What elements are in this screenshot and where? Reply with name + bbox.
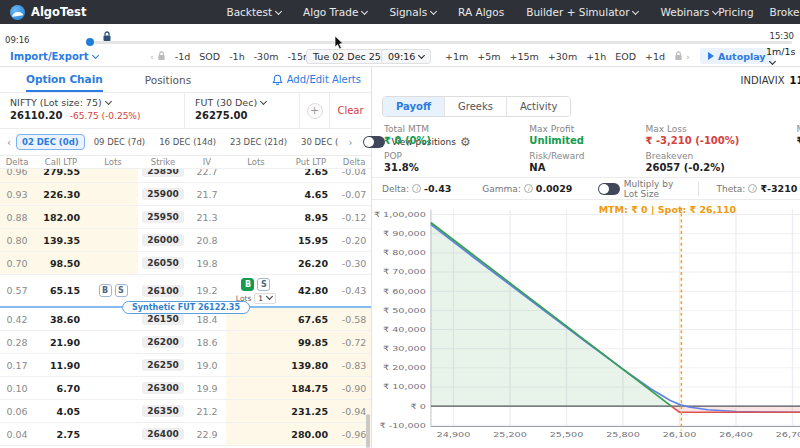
strike-cell[interactable]: 25850 bbox=[138, 169, 188, 182]
call-ltp[interactable]: 21.90 bbox=[34, 331, 88, 353]
lots-select[interactable]: 1 bbox=[254, 293, 276, 304]
option-row-26350[interactable]: 0.064.052635021.2231.25-0.94 bbox=[0, 400, 371, 423]
strike-cell[interactable]: 25950 bbox=[138, 206, 188, 228]
step-1h[interactable]: -1h bbox=[229, 51, 245, 62]
tab-payoff[interactable]: Payoff bbox=[383, 97, 444, 116]
put-ltp[interactable]: 67.65 bbox=[286, 308, 336, 330]
nav-item-webinars[interactable]: Webinars bbox=[660, 6, 718, 18]
step-15m[interactable]: +15m bbox=[510, 51, 539, 62]
nav-item-backtest[interactable]: Backtest bbox=[226, 6, 281, 18]
strike-cell[interactable]: 26300 bbox=[138, 377, 188, 399]
jump-to-start-icon[interactable]: ‹ bbox=[150, 51, 166, 63]
clear-button[interactable]: Clear bbox=[337, 105, 363, 116]
nav-item-broker-setup[interactable]: Broker Setup bbox=[770, 6, 800, 18]
call-ltp[interactable]: 279.55 bbox=[34, 169, 88, 182]
strike-cell[interactable]: 26050 bbox=[138, 252, 188, 274]
nav-item-ra-algos[interactable]: RA Algos bbox=[458, 6, 504, 18]
call-ltp[interactable]: 38.60 bbox=[34, 308, 88, 330]
step-1h[interactable]: +1h bbox=[586, 51, 606, 62]
nav-item-algo-trade[interactable]: Algo Trade bbox=[303, 6, 367, 18]
option-row-26300[interactable]: 0.106.702630019.9184.75-0.90 bbox=[0, 377, 371, 400]
time-select[interactable]: 09:16 bbox=[381, 49, 431, 64]
expiry-scroll-right-icon[interactable]: › bbox=[347, 137, 353, 148]
strike-cell[interactable]: 26250 bbox=[138, 354, 188, 376]
timeline-track[interactable] bbox=[88, 41, 792, 44]
call-ltp[interactable]: 11.90 bbox=[34, 354, 88, 376]
brand[interactable]: AlgoTest bbox=[10, 5, 86, 20]
option-row-26400[interactable]: 0.042.752640022.9280.00-0.96 bbox=[0, 423, 371, 446]
step-1d[interactable]: +1d bbox=[645, 51, 665, 62]
put-ltp[interactable]: 231.25 bbox=[286, 400, 336, 422]
add-edit-alerts-button[interactable]: Add/Edit Alerts bbox=[272, 74, 361, 86]
tab-positions[interactable]: Positions bbox=[145, 67, 191, 92]
call-ltp[interactable]: 182.00 bbox=[34, 206, 88, 228]
speed-select[interactable]: 1m/1s bbox=[766, 46, 800, 68]
timeline-handle[interactable] bbox=[86, 38, 94, 46]
payoff-chart-svg[interactable]: ₹ 1,00,000₹ 90,000₹ 80,000₹ 70,000₹ 60,0… bbox=[372, 200, 800, 448]
put-ltp[interactable]: 139.80 bbox=[286, 354, 336, 376]
step-30m[interactable]: +30m bbox=[548, 51, 577, 62]
put-ltp[interactable]: 4.65 bbox=[286, 183, 336, 205]
nav-item-pricing[interactable]: Pricing bbox=[718, 6, 753, 18]
autoplay-button[interactable]: Autoplay bbox=[700, 48, 774, 64]
step-sod[interactable]: SOD bbox=[199, 51, 220, 62]
expiry-chip-23-dec-21d[interactable]: 23 DEC (21d) bbox=[225, 135, 292, 149]
strike-cell[interactable]: 26350 bbox=[138, 400, 188, 422]
put-ltp[interactable]: 99.85 bbox=[286, 331, 336, 353]
put-ltp[interactable]: 15.95 bbox=[286, 229, 336, 251]
option-row-26200[interactable]: 0.2821.902620018.699.85-0.72 bbox=[0, 331, 371, 354]
call-buy-button[interactable]: B bbox=[99, 284, 112, 297]
strike-cell[interactable]: 26000 bbox=[138, 229, 188, 251]
multiply-lot-size-toggle[interactable] bbox=[598, 183, 620, 195]
expiry-scroll-left-icon[interactable]: ‹ bbox=[6, 137, 12, 148]
step-1d[interactable]: -1d bbox=[175, 51, 191, 62]
strike-cell[interactable]: 26200 bbox=[138, 331, 188, 353]
info-icon[interactable]: i bbox=[412, 184, 421, 193]
call-ltp[interactable]: 226.30 bbox=[34, 183, 88, 205]
option-row-25850[interactable]: 0.96279.552585022.72.65-0.04 bbox=[0, 169, 371, 183]
step-5m[interactable]: +5m bbox=[477, 51, 500, 62]
info-icon[interactable]: i bbox=[748, 184, 757, 193]
nav-item-signals[interactable]: Signals bbox=[389, 6, 436, 18]
call-ltp[interactable]: 98.50 bbox=[34, 252, 88, 274]
import-export-menu[interactable]: Import/Export bbox=[10, 51, 98, 62]
put-ltp[interactable]: 8.95 bbox=[286, 206, 336, 228]
jump-to-end-icon[interactable]: › bbox=[674, 51, 690, 63]
expiry-chip-30-dec[interactable]: 30 DEC ( bbox=[296, 135, 343, 149]
put-ltp[interactable]: 280.00 bbox=[286, 423, 336, 445]
put-ltp[interactable]: 42.80 bbox=[286, 275, 336, 306]
info-icon[interactable]: i bbox=[524, 184, 533, 193]
tab-greeks[interactable]: Greeks bbox=[444, 97, 506, 116]
call-ltp[interactable]: 139.35 bbox=[34, 229, 88, 251]
call-sell-button[interactable]: S bbox=[115, 284, 128, 297]
future-select[interactable]: FUT (30 Dec) bbox=[195, 97, 299, 108]
option-row-26000[interactable]: 0.80139.352600020.815.95-0.20 bbox=[0, 229, 371, 252]
call-ltp[interactable]: 4.05 bbox=[34, 400, 88, 422]
call-ltp[interactable]: 65.15 bbox=[34, 275, 88, 306]
step-1m[interactable]: +1m bbox=[445, 51, 468, 62]
add-instrument-button[interactable]: + bbox=[307, 103, 323, 119]
tab-option-chain[interactable]: Option Chain bbox=[26, 67, 103, 92]
scrollbar-thumb[interactable] bbox=[366, 414, 370, 448]
put-sell-button[interactable]: S bbox=[257, 278, 270, 291]
nav-item-builder-simulator[interactable]: Builder + Simulator bbox=[526, 6, 638, 18]
tab-activity[interactable]: Activity bbox=[506, 97, 570, 116]
option-row-26250[interactable]: 0.1711.902625019.0139.80-0.83 bbox=[0, 354, 371, 377]
expiry-chip-02-dec-0d[interactable]: 02 DEC (0d) bbox=[16, 134, 85, 150]
underlying-select[interactable]: NIFTY (Lot size: 75) bbox=[10, 97, 184, 108]
strike-cell[interactable]: 26400 bbox=[138, 423, 188, 445]
strike-cell[interactable]: 25900 bbox=[138, 183, 188, 205]
call-ltp[interactable]: 6.70 bbox=[34, 377, 88, 399]
put-buy-button[interactable]: B bbox=[241, 278, 254, 291]
expiry-chip-09-dec-7d[interactable]: 09 DEC (7d) bbox=[89, 135, 151, 149]
put-ltp[interactable]: 184.75 bbox=[286, 377, 336, 399]
put-ltp[interactable]: 2.65 bbox=[286, 169, 336, 182]
call-ltp[interactable]: 2.75 bbox=[34, 423, 88, 445]
step-eod[interactable]: EOD bbox=[615, 51, 636, 62]
option-row-25900[interactable]: 0.93226.302590021.74.65-0.07 bbox=[0, 183, 371, 206]
expiry-chip-16-dec-14d[interactable]: 16 DEC (14d) bbox=[154, 135, 221, 149]
step-30m[interactable]: -30m bbox=[254, 51, 279, 62]
option-row-25950[interactable]: 0.88182.002595021.38.95-0.12 bbox=[0, 206, 371, 229]
put-ltp[interactable]: 26.20 bbox=[286, 252, 336, 274]
option-row-26050[interactable]: 0.7098.502605019.826.20-0.30 bbox=[0, 252, 371, 275]
